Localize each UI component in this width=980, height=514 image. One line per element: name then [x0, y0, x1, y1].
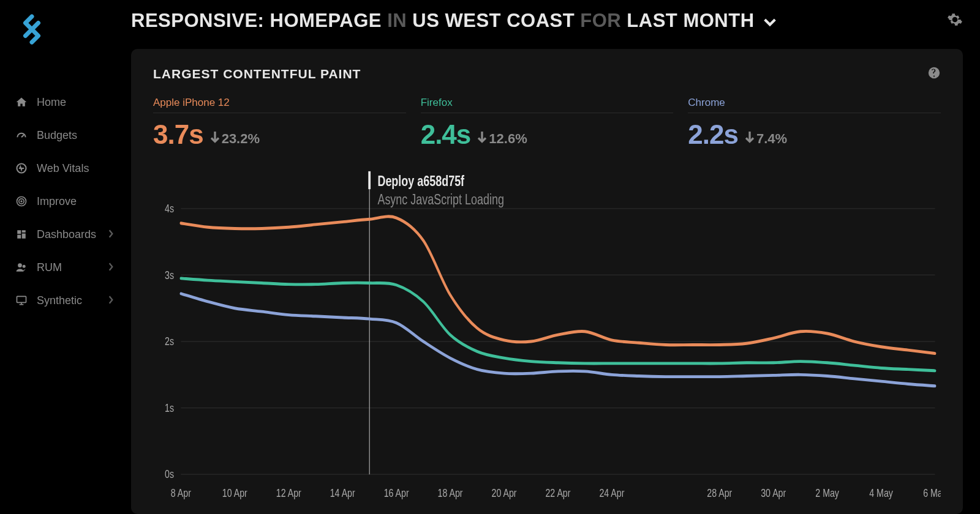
metric-delta: 12.6%: [477, 130, 527, 147]
svg-text:1s: 1s: [165, 401, 174, 414]
arrow-down-icon: [477, 130, 488, 147]
svg-point-10: [23, 265, 26, 268]
svg-point-9: [18, 263, 22, 267]
page-header: Responsive: Homepage in US West Coast fo…: [131, 10, 963, 32]
metric-value: 2.4s: [421, 119, 471, 150]
sidebar-item-dashboards[interactable]: Dashboards: [15, 218, 129, 251]
sidebar-item-web-vitals[interactable]: Web Vitals: [15, 152, 129, 185]
svg-rect-11: [17, 296, 26, 302]
sidebar-item-label: Budgets: [37, 129, 77, 142]
title-seg-in: in: [387, 10, 407, 31]
metrics-row: Apple iPhone 12 3.7s 23.2% Firefox: [153, 97, 941, 150]
arrow-down-icon: [209, 130, 221, 147]
svg-text:Deploy a658d75f: Deploy a658d75f: [377, 173, 464, 189]
sidebar-item-label: RUM: [37, 261, 62, 274]
arrow-down-icon: [744, 130, 755, 147]
metric-delta: 23.2%: [209, 130, 260, 147]
svg-text:30 Apr: 30 Apr: [761, 486, 786, 499]
svg-text:28 Apr: 28 Apr: [707, 486, 732, 499]
svg-text:16 Apr: 16 Apr: [384, 486, 409, 499]
svg-rect-5: [17, 230, 21, 234]
sidebar-item-improve[interactable]: Improve: [15, 185, 129, 218]
metric-value: 2.2s: [688, 119, 738, 150]
people-icon: [15, 261, 28, 274]
sidebar: Home Budgets Web Vitals Improve Dashboar…: [0, 0, 129, 514]
svg-text:22 Apr: 22 Apr: [545, 486, 570, 499]
metric-label: Chrome: [688, 97, 941, 113]
sidebar-item-label: Improve: [37, 195, 77, 208]
svg-point-4: [21, 201, 22, 202]
lcp-panel: Largest Contentful Paint Apple iPhone 12…: [131, 49, 963, 514]
metric-iphone: Apple iPhone 12 3.7s 23.2%: [153, 97, 406, 150]
heartbeat-icon: [15, 162, 28, 174]
page-title[interactable]: Responsive: Homepage in US West Coast fo…: [131, 10, 776, 32]
svg-line-0: [21, 135, 24, 137]
svg-text:0s: 0s: [165, 468, 174, 480]
svg-text:2s: 2s: [165, 335, 174, 347]
svg-text:Async JavaScript Loading: Async JavaScript Loading: [377, 191, 504, 207]
svg-text:2 May: 2 May: [815, 486, 839, 499]
title-seg-range: Last Month: [627, 10, 754, 31]
svg-text:4 May: 4 May: [869, 486, 893, 499]
svg-rect-43: [368, 171, 371, 189]
svg-text:24 Apr: 24 Apr: [599, 486, 624, 499]
svg-text:4s: 4s: [165, 202, 174, 214]
svg-text:3s: 3s: [165, 269, 174, 281]
home-icon: [15, 96, 28, 108]
chevron-right-icon: [108, 261, 114, 274]
svg-text:6 May: 6 May: [923, 486, 941, 499]
grid-icon: [15, 229, 28, 240]
svg-text:20 Apr: 20 Apr: [492, 486, 517, 499]
sidebar-item-budgets[interactable]: Budgets: [15, 119, 129, 152]
sidebar-item-synthetic[interactable]: Synthetic: [15, 284, 129, 317]
sidebar-item-label: Web Vitals: [37, 162, 89, 175]
help-icon[interactable]: [927, 66, 941, 82]
panel-title: Largest Contentful Paint: [153, 67, 361, 81]
main: Responsive: Homepage in US West Coast fo…: [129, 0, 980, 514]
metric-label: Firefox: [421, 97, 674, 113]
metric-value: 3.7s: [153, 119, 203, 150]
title-seg-region: US West Coast: [412, 10, 575, 31]
svg-text:10 Apr: 10 Apr: [222, 486, 247, 499]
svg-text:18 Apr: 18 Apr: [438, 486, 463, 499]
app-logo: [15, 12, 129, 49]
svg-text:14 Apr: 14 Apr: [330, 486, 355, 499]
svg-text:8 Apr: 8 Apr: [171, 486, 192, 499]
sidebar-item-label: Home: [37, 96, 66, 109]
title-seg-for: for: [580, 10, 621, 31]
sidebar-item-rum[interactable]: RUM: [15, 251, 129, 284]
metric-chrome: Chrome 2.2s 7.4%: [688, 97, 941, 150]
sidebar-item-label: Dashboards: [37, 228, 96, 241]
target-icon: [15, 195, 28, 207]
settings-button[interactable]: [947, 12, 963, 30]
gauge-icon: [15, 129, 28, 141]
title-seg-source: Responsive: Homepage: [131, 10, 382, 31]
svg-text:12 Apr: 12 Apr: [276, 486, 301, 499]
lcp-chart: 0s1s2s3s4s8 Apr10 Apr12 Apr14 Apr16 Apr1…: [153, 168, 941, 504]
chevron-right-icon: [108, 294, 114, 307]
svg-rect-6: [22, 230, 26, 233]
metric-firefox: Firefox 2.4s 12.6%: [421, 97, 674, 150]
sidebar-item-home[interactable]: Home: [15, 86, 129, 119]
chevron-down-icon[interactable]: [764, 10, 776, 31]
metric-label: Apple iPhone 12: [153, 97, 406, 113]
sidebar-item-label: Synthetic: [37, 294, 82, 307]
chevron-right-icon: [108, 228, 114, 241]
svg-rect-8: [22, 234, 26, 239]
monitor-icon: [15, 294, 28, 307]
metric-delta: 7.4%: [744, 130, 787, 147]
svg-rect-7: [17, 235, 21, 239]
